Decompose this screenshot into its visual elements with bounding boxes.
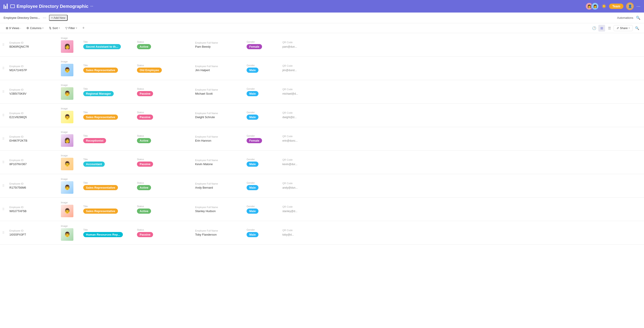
title-cell: Title Sales Representative bbox=[80, 63, 134, 74]
qr-cell: QR Code erin@dunc... bbox=[280, 134, 324, 144]
qr-code-value: dwight@d... bbox=[282, 116, 297, 119]
employee-id-label: Employee ID bbox=[10, 159, 56, 162]
image-label: Image bbox=[61, 107, 78, 110]
table-row[interactable]: ⠿ Employee ID E21V8298Q5 Image 👨 Title S… bbox=[0, 104, 644, 127]
title-label: Title bbox=[83, 134, 132, 137]
table-row[interactable]: ⠿ Employee ID M2A71HIS7P Image 👨 Title S… bbox=[0, 56, 644, 80]
employee-id-value: BD60RQNC7R bbox=[10, 45, 56, 48]
drag-handle[interactable]: ⠿ bbox=[0, 160, 7, 164]
qr-cell: QR Code michael@d... bbox=[280, 87, 324, 96]
name-cell: Employee Full Name Stanley Hudson bbox=[192, 205, 244, 214]
sort-button[interactable]: ⇅ Sort ▾ bbox=[47, 25, 62, 31]
columns-button[interactable]: ⚙ Columns ▾ bbox=[24, 25, 46, 31]
history-view-button[interactable]: 🕐 bbox=[591, 25, 598, 32]
qr-code-label: QR Code bbox=[282, 158, 322, 161]
full-name-value: Dwight Schrute bbox=[195, 116, 241, 119]
views-button[interactable]: ⊞ 9 Views › bbox=[4, 25, 23, 31]
status-label: Status bbox=[137, 134, 190, 137]
status-cell: Status Passive bbox=[134, 157, 192, 168]
table-row[interactable]: ⠿ Employee ID V2B5I7SK8V Image 👨 Title R… bbox=[0, 80, 644, 104]
employee-id-value: 1I0S5PX3FT bbox=[10, 233, 56, 236]
view-buttons: 🕐 ⊞ ☰ bbox=[591, 25, 613, 32]
search-icon-top[interactable]: 🔍 bbox=[636, 16, 640, 20]
header-more-icon[interactable]: ⋯ bbox=[636, 4, 640, 9]
title-cell: Title Accountant bbox=[80, 157, 134, 168]
share-button[interactable]: ⇗ Share ▾ bbox=[614, 25, 633, 31]
qr-code-label: QR Code bbox=[282, 135, 322, 138]
qr-cell: QR Code andy@dun... bbox=[280, 181, 324, 190]
qr-cell: QR Code pam@dun... bbox=[280, 40, 324, 50]
image-label: Image bbox=[61, 84, 78, 86]
qr-cell: QR Code kevin@dur... bbox=[280, 158, 324, 167]
list-view-button[interactable]: ☰ bbox=[606, 25, 613, 32]
employee-id-label: Employee ID bbox=[10, 135, 56, 138]
status-cell: Status Old Employee bbox=[134, 63, 192, 74]
title-badge: Sales Representative bbox=[83, 208, 118, 214]
employee-id-cell: Employee ID 1I0S5PX3FT bbox=[7, 228, 58, 237]
employee-id-label: Employee ID bbox=[10, 65, 56, 68]
grid-view-button[interactable]: ⊞ bbox=[598, 25, 605, 32]
image-label: Image bbox=[61, 178, 78, 180]
drag-handle[interactable]: ⠿ bbox=[0, 43, 7, 46]
title-label: Title bbox=[83, 182, 132, 184]
team-badge[interactable]: Team bbox=[609, 4, 624, 9]
image-label: Image bbox=[61, 60, 78, 63]
search-button[interactable]: 🔍 bbox=[634, 25, 640, 32]
automations-link[interactable]: Automations bbox=[617, 16, 633, 20]
drag-handle[interactable]: ⠿ bbox=[0, 114, 7, 117]
drag-handle[interactable]: ⠿ bbox=[0, 66, 7, 70]
employee-id-cell: Employee ID E21V8298Q5 bbox=[7, 111, 58, 120]
drag-handle[interactable]: ⠿ bbox=[0, 231, 7, 234]
title-cell: Title Sales Representative bbox=[80, 110, 134, 120]
table-row[interactable]: ⠿ Employee ID R175I756M6 Image 👨 Title S… bbox=[0, 174, 644, 198]
gender-label: Gender bbox=[246, 228, 277, 231]
name-cell: Employee Full Name Toby Flanderson bbox=[192, 228, 244, 237]
drag-handle[interactable]: ⠿ bbox=[0, 137, 7, 140]
table-row[interactable]: ⠿ Employee ID EH967F2KTB Image 👩 Title R… bbox=[0, 127, 644, 150]
drag-handle[interactable]: ⠿ bbox=[0, 90, 7, 94]
table-row[interactable]: ⠿ Employee ID 1I0S5PX3FT Image 👨 Title H… bbox=[0, 221, 644, 244]
top-header: Employee Directory Demographic ··· 👩 👩 ☀… bbox=[0, 0, 644, 12]
status-cell: Status Active bbox=[134, 134, 192, 144]
status-badge: Old Employee bbox=[137, 68, 162, 73]
table-row[interactable]: ⠿ Employee ID WI0J7TAF5B Image 👨 Title S… bbox=[0, 198, 644, 221]
logo bbox=[4, 4, 8, 9]
gender-badge: Male bbox=[246, 185, 258, 190]
employee-image: 👨 bbox=[61, 181, 74, 194]
qr-code-value: andy@dun... bbox=[282, 186, 298, 189]
sub-header: Employee Directory Demo... ⋯ + Add New A… bbox=[0, 12, 644, 23]
theme-toggle-icon[interactable]: ☀️ bbox=[602, 4, 606, 9]
chevron-right-icon: › bbox=[20, 27, 21, 30]
qr-code-label: QR Code bbox=[282, 112, 322, 114]
qr-code-label: QR Code bbox=[282, 41, 322, 44]
employee-id-value: 8P107NV367 bbox=[10, 162, 56, 166]
full-name-label: Employee Full Name bbox=[195, 88, 241, 91]
status-label: Status bbox=[137, 158, 190, 161]
full-name-value: Pam Beesly bbox=[195, 45, 241, 48]
image-label: Image bbox=[61, 131, 78, 133]
title-label: Title bbox=[83, 40, 132, 43]
title-badge: Human Resources Rep... bbox=[83, 232, 123, 237]
filter-button[interactable]: ▽ Filter ▾ bbox=[63, 25, 80, 31]
add-column-button[interactable]: + bbox=[80, 25, 86, 31]
user-avatar[interactable]: 👤 bbox=[626, 2, 634, 10]
table-row[interactable]: ⠿ Employee ID 8P107NV367 Image 👨 Title A… bbox=[0, 150, 644, 174]
title-cell: Title Receptionist bbox=[80, 134, 134, 144]
qr-code-value: toby@d... bbox=[282, 233, 294, 236]
status-cell: Status Active bbox=[134, 204, 192, 214]
gender-label: Gender bbox=[246, 40, 277, 43]
drag-handle[interactable]: ⠿ bbox=[0, 184, 7, 188]
tab-more-icon[interactable]: ⋯ bbox=[43, 16, 46, 20]
table-row[interactable]: ⠿ Employee ID BD60RQNC7R Image 👩 Title S… bbox=[0, 33, 644, 56]
employee-id-label: Employee ID bbox=[10, 112, 56, 114]
qr-code-value: stanley@d... bbox=[282, 210, 298, 213]
employee-image: 👨 bbox=[61, 228, 74, 241]
gender-cell: Gender Male bbox=[244, 110, 280, 120]
gender-label: Gender bbox=[246, 64, 277, 67]
title-badge: Secret Assistant to th... bbox=[83, 44, 121, 49]
employee-id-cell: Employee ID M2A71HIS7P bbox=[7, 64, 58, 73]
image-cell: Image 👨 bbox=[58, 106, 80, 124]
drag-handle[interactable]: ⠿ bbox=[0, 208, 7, 211]
add-new-button[interactable]: + Add New bbox=[49, 15, 68, 21]
more-dots[interactable]: ··· bbox=[90, 4, 93, 8]
